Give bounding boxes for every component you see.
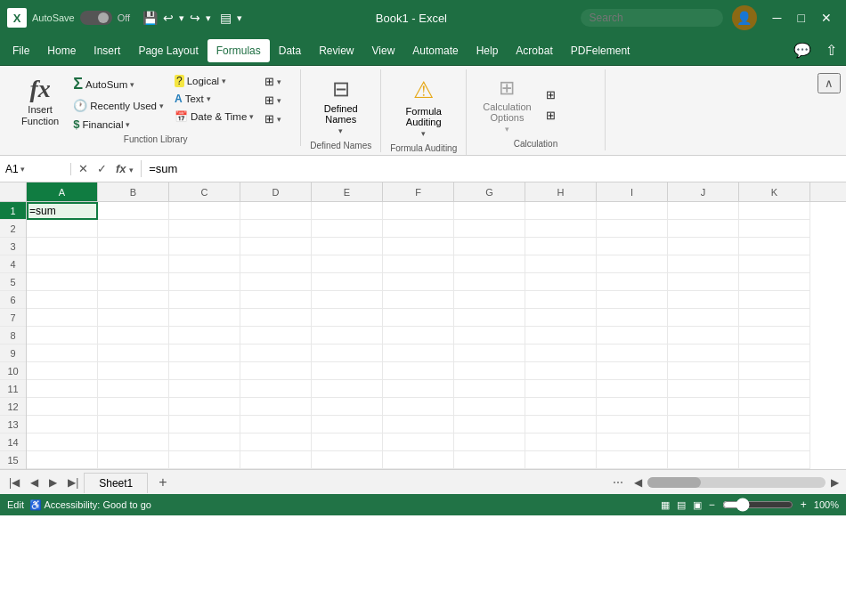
autosum-button[interactable]: Σ AutoSum ▾ xyxy=(69,73,167,95)
cell-G10[interactable] xyxy=(454,362,525,380)
cell-F3[interactable] xyxy=(383,238,454,255)
cell-J3[interactable] xyxy=(668,238,739,255)
cell-F7[interactable] xyxy=(383,309,454,327)
cell-B11[interactable] xyxy=(98,380,169,398)
cell-H13[interactable] xyxy=(525,416,597,434)
financial-dropdown-icon[interactable]: ▾ xyxy=(126,120,130,129)
menu-item-help[interactable]: Help xyxy=(468,39,508,62)
menu-item-page-layout[interactable]: Page Layout xyxy=(129,39,207,62)
cell-B15[interactable] xyxy=(98,451,169,469)
cell-B7[interactable] xyxy=(98,309,169,327)
col-header-g[interactable]: G xyxy=(454,182,525,201)
ribbon-collapse-button[interactable]: ∧ xyxy=(818,73,841,93)
more-functions-dropdown-icon[interactable]: ▾ xyxy=(277,115,281,124)
cell-B6[interactable] xyxy=(98,291,169,309)
save-icon[interactable]: 💾 xyxy=(142,11,158,25)
cell-E1[interactable] xyxy=(312,202,383,220)
scroll-thumb[interactable] xyxy=(647,477,701,488)
cell-K11[interactable] xyxy=(739,380,810,398)
autosum-dropdown-icon[interactable]: ▾ xyxy=(130,80,134,89)
cell-I11[interactable] xyxy=(597,380,668,398)
cell-H8[interactable] xyxy=(525,327,597,344)
cell-B13[interactable] xyxy=(98,416,169,434)
cell-E14[interactable] xyxy=(312,434,383,451)
text-button[interactable]: A Text ▾ xyxy=(171,91,257,107)
cell-E10[interactable] xyxy=(312,362,383,380)
cell-K4[interactable] xyxy=(739,255,810,273)
cell-H9[interactable] xyxy=(525,344,597,362)
cell-G14[interactable] xyxy=(454,434,525,451)
cell-K1[interactable] xyxy=(739,202,810,220)
col-header-k[interactable]: K xyxy=(739,182,810,201)
cell-J1[interactable] xyxy=(668,202,739,220)
cell-G11[interactable] xyxy=(454,380,525,398)
cell-A14[interactable] xyxy=(27,434,98,451)
zoom-out-icon[interactable]: − xyxy=(709,498,715,511)
cell-F9[interactable] xyxy=(383,344,454,362)
cell-K6[interactable] xyxy=(739,291,810,309)
comments-button[interactable]: 💬 xyxy=(788,40,817,61)
row-num-3[interactable]: 3 xyxy=(0,238,26,255)
col-header-a[interactable]: A xyxy=(27,182,98,201)
cell-I12[interactable] xyxy=(597,398,668,416)
cell-B2[interactable] xyxy=(98,220,169,238)
cell-J6[interactable] xyxy=(668,291,739,309)
calculate-sheet-button[interactable]: ⊞ xyxy=(542,107,596,124)
cell-C7[interactable] xyxy=(169,309,240,327)
cell-C5[interactable] xyxy=(169,273,240,291)
cell-F11[interactable] xyxy=(383,380,454,398)
cell-A11[interactable] xyxy=(27,380,98,398)
zoom-slider[interactable] xyxy=(722,498,793,512)
cell-I5[interactable] xyxy=(597,273,668,291)
cell-F8[interactable] xyxy=(383,327,454,344)
cell-J4[interactable] xyxy=(668,255,739,273)
cell-J11[interactable] xyxy=(668,380,739,398)
cell-H1[interactable] xyxy=(525,202,597,220)
restore-button[interactable]: □ xyxy=(791,9,812,27)
cell-A12[interactable] xyxy=(27,398,98,416)
scroll-right-button[interactable]: ▶ xyxy=(827,474,842,490)
text-dropdown-icon[interactable]: ▾ xyxy=(207,94,211,103)
col-header-c[interactable]: C xyxy=(169,182,240,201)
cell-E7[interactable] xyxy=(312,309,383,327)
undo-icon[interactable]: ↩ xyxy=(163,11,174,25)
defined-names-dropdown-icon[interactable]: ▾ xyxy=(338,126,343,135)
menu-item-insert[interactable]: Insert xyxy=(85,39,129,62)
cell-H4[interactable] xyxy=(525,255,597,273)
sheet-nav-last[interactable]: ▶| xyxy=(62,474,84,490)
col-header-b[interactable]: B xyxy=(98,182,169,201)
cell-K10[interactable] xyxy=(739,362,810,380)
cell-J10[interactable] xyxy=(668,362,739,380)
cell-G2[interactable] xyxy=(454,220,525,238)
menu-item-automate[interactable]: Automate xyxy=(403,39,467,62)
customize-qat-icon[interactable]: ▤ xyxy=(220,11,232,25)
row-num-2[interactable]: 2 xyxy=(0,220,26,238)
sheet-nav-next[interactable]: ▶ xyxy=(44,474,62,490)
row-num-14[interactable]: 14 xyxy=(0,434,26,451)
row-num-11[interactable]: 11 xyxy=(0,380,26,398)
cell-B3[interactable] xyxy=(98,238,169,255)
cell-D13[interactable] xyxy=(240,416,312,434)
cell-I10[interactable] xyxy=(597,362,668,380)
math-trig-button[interactable]: ⊞ ▾ xyxy=(261,92,297,109)
menu-item-view[interactable]: View xyxy=(363,39,404,62)
cell-B9[interactable] xyxy=(98,344,169,362)
row-num-1[interactable]: 1 xyxy=(0,202,26,220)
row-num-13[interactable]: 13 xyxy=(0,416,26,434)
add-sheet-button[interactable]: + xyxy=(151,473,174,492)
cell-I13[interactable] xyxy=(597,416,668,434)
cell-H10[interactable] xyxy=(525,362,597,380)
cell-H7[interactable] xyxy=(525,309,597,327)
col-header-d[interactable]: D xyxy=(240,182,312,201)
cell-H2[interactable] xyxy=(525,220,597,238)
cell-C9[interactable] xyxy=(169,344,240,362)
cell-D2[interactable] xyxy=(240,220,312,238)
formula-confirm-button[interactable]: ✓ xyxy=(94,160,110,177)
sheet-tab-sheet1[interactable]: Sheet1 xyxy=(84,473,148,493)
sheet-nav-prev[interactable]: ◀ xyxy=(25,474,44,490)
cell-K5[interactable] xyxy=(739,273,810,291)
cell-C1[interactable] xyxy=(169,202,240,220)
cell-A5[interactable] xyxy=(27,273,98,291)
cell-E8[interactable] xyxy=(312,327,383,344)
formula-input[interactable] xyxy=(142,162,846,175)
